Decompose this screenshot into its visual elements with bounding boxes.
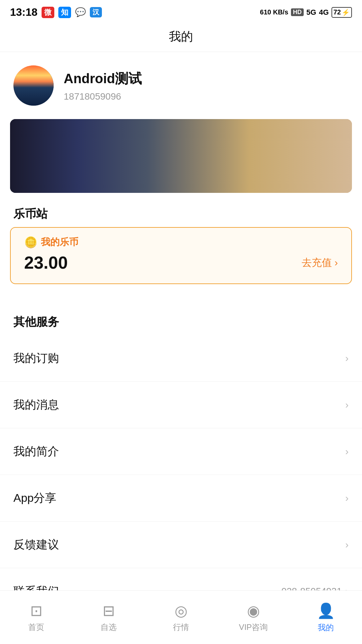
- signal-5g-icon: 5G: [306, 8, 316, 17]
- nav-market-label: 行情: [173, 622, 189, 633]
- profile-section: Android测试 18718059096: [0, 52, 362, 119]
- bottom-nav: ⊡ 首页 ⊟ 自选 ◎ 行情 ◉ VIP咨询 👤 我的: [0, 590, 362, 644]
- nav-watchlist[interactable]: ⊟ 自选: [72, 597, 145, 638]
- chevron-right-icon: ›: [345, 446, 349, 457]
- menu-item-label: 反馈建议: [13, 537, 59, 552]
- chevron-right-icon: ›: [345, 399, 349, 411]
- zhihu-icon: 知: [58, 7, 71, 18]
- person-icon: 👤: [317, 602, 335, 620]
- banner-person-image: [10, 119, 352, 193]
- chevron-right-icon: ›: [345, 492, 349, 504]
- chevron-right-icon: ›: [335, 257, 338, 268]
- nav-vip-label: VIP咨询: [239, 622, 268, 633]
- recharge-button[interactable]: 去充值 ›: [302, 256, 338, 270]
- banner-image: [10, 119, 352, 193]
- nav-mine-label: 我的: [318, 622, 334, 633]
- nav-watchlist-label: 自选: [101, 622, 117, 633]
- coin-card[interactable]: 🪙 我的乐币 23.00 去充值 ›: [10, 227, 352, 284]
- coin-row: 23.00 去充值 ›: [24, 253, 338, 273]
- vip-icon: ◉: [247, 602, 260, 619]
- coin-section-label: 乐币站: [0, 193, 362, 227]
- nav-market[interactable]: ◎ 行情: [145, 597, 217, 638]
- menu-item-label: 我的消息: [13, 397, 59, 413]
- weibo-icon: 微: [42, 7, 54, 18]
- menu-item-messages[interactable]: 我的消息 ›: [0, 382, 362, 428]
- battery-lightning: ⚡: [342, 8, 350, 16]
- nav-mine[interactable]: 👤 我的: [290, 597, 362, 638]
- coin-header: 🪙 我的乐币: [24, 236, 338, 249]
- menu-item-subscription[interactable]: 我的订购 ›: [0, 335, 362, 382]
- avatar[interactable]: [13, 65, 54, 106]
- home-icon: ⊡: [30, 602, 43, 619]
- coin-icon: 🪙: [24, 236, 38, 249]
- signal-4g-icon: 4G: [319, 8, 328, 17]
- menu-item-feedback[interactable]: 反馈建议 ›: [0, 522, 362, 568]
- page-title: 我的: [0, 22, 362, 52]
- status-time: 13:18: [10, 6, 38, 18]
- menu-item-label: 我的订购: [13, 351, 59, 366]
- menu-item-share[interactable]: App分享 ›: [0, 475, 362, 522]
- nav-vip[interactable]: ◉ VIP咨询: [217, 597, 290, 638]
- services-section-label: 其他服务: [0, 301, 362, 335]
- status-bar: 13:18 微 知 💬 汉 610 KB/s HD 5G 4G 72 ⚡: [0, 0, 362, 22]
- nav-home-label: 首页: [28, 622, 44, 633]
- chevron-right-icon: ›: [345, 353, 349, 364]
- profile-name: Android测试: [64, 69, 142, 88]
- coin-card-label: 我的乐币: [41, 236, 78, 249]
- services-section: 其他服务 我的订购 › 我的消息 › 我的简介 › App分享 ›: [0, 301, 362, 615]
- nav-home[interactable]: ⊡ 首页: [0, 597, 72, 638]
- menu-item-label: 我的简介: [13, 444, 59, 459]
- star-icon: ⊟: [103, 602, 115, 619]
- profile-phone: 18718059096: [64, 91, 142, 102]
- menu-item-intro[interactable]: 我的简介 ›: [0, 428, 362, 475]
- hd-icon: HD: [291, 8, 304, 16]
- coin-amount: 23.00: [24, 253, 68, 273]
- battery-indicator: 72 ⚡: [331, 7, 352, 18]
- profile-info: Android测试 18718059096: [64, 69, 142, 102]
- network-speed: 610 KB/s: [260, 8, 289, 16]
- chat-icon: 💬: [75, 7, 86, 17]
- menu-item-label: App分享: [13, 490, 57, 506]
- chart-icon: ◎: [175, 602, 187, 619]
- app-icon: 汉: [90, 7, 102, 17]
- chevron-right-icon: ›: [345, 539, 349, 550]
